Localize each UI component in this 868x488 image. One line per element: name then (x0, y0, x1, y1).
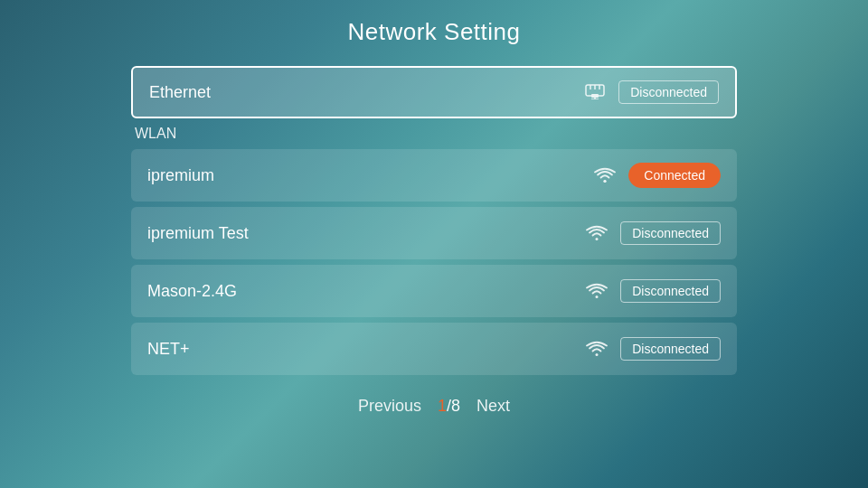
page-title: Network Setting (347, 18, 520, 46)
previous-button[interactable]: Previous (358, 397, 421, 416)
ethernet-row[interactable]: Ethernet Disconnected (131, 66, 737, 118)
wifi-icon-ipremium-test (586, 225, 608, 241)
network-list: Ethernet Disconnected WLAN ipremium (131, 66, 737, 380)
ipremium-row[interactable]: ipremium Connected (131, 149, 737, 202)
net-plus-name: NET+ (147, 340, 586, 359)
next-button[interactable]: Next (476, 397, 510, 416)
ipremium-name: ipremium (147, 166, 594, 185)
svg-point-8 (596, 238, 599, 240)
pagination: Previous 1/8 Next (358, 397, 510, 416)
svg-point-10 (596, 353, 599, 356)
wlan-section-label: WLAN (135, 126, 737, 142)
net-plus-status: Disconnected (620, 337, 721, 361)
ipremium-test-status: Disconnected (620, 221, 721, 245)
mason-status: Disconnected (620, 279, 721, 303)
ethernet-status: Disconnected (618, 80, 719, 104)
ipremium-test-name: ipremium Test (147, 224, 586, 243)
net-plus-row[interactable]: NET+ Disconnected (131, 323, 737, 375)
mason-name: Mason-2.4G (147, 282, 586, 301)
wifi-icon-ipremium (594, 167, 616, 183)
ipremium-status: Connected (628, 163, 721, 188)
ethernet-name: Ethernet (149, 83, 584, 102)
wifi-icon-net-plus (586, 341, 608, 357)
wifi-icon-mason (586, 283, 608, 299)
ipremium-test-row[interactable]: ipremium Test Disconnected (131, 207, 737, 259)
pagination-info: 1/8 (438, 397, 460, 416)
mason-row[interactable]: Mason-2.4G Disconnected (131, 265, 737, 317)
ethernet-icon (584, 81, 606, 104)
current-page: 1 (438, 397, 447, 415)
total-pages: 8 (451, 397, 460, 415)
svg-point-9 (596, 296, 599, 298)
svg-point-7 (604, 180, 607, 183)
